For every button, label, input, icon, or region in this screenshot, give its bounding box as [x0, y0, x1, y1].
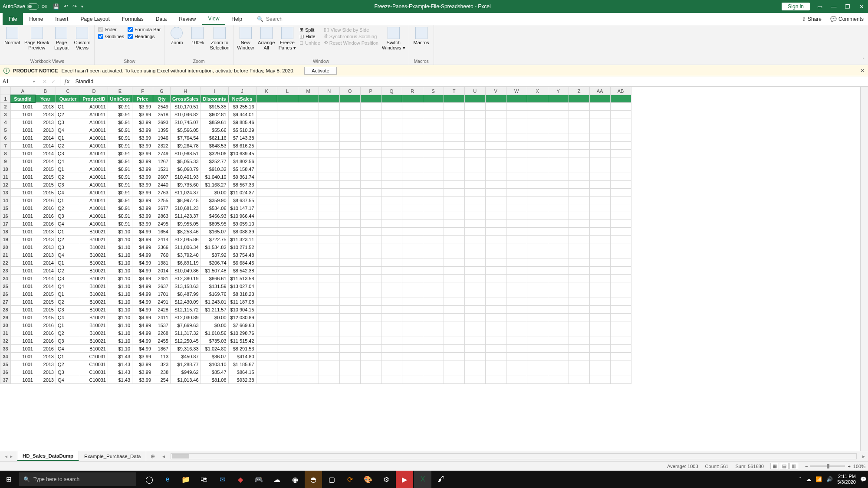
cell[interactable] [423, 314, 444, 321]
cell[interactable] [423, 204, 444, 212]
cell[interactable]: 2549 [153, 103, 171, 111]
cell[interactable] [569, 353, 589, 360]
cell[interactable] [506, 306, 527, 314]
cell[interactable]: 2013 [35, 111, 56, 118]
cell[interactable] [485, 290, 506, 298]
column-header-H[interactable]: H [171, 87, 201, 95]
cell[interactable] [277, 368, 298, 376]
cell[interactable] [402, 236, 423, 243]
cell[interactable] [589, 251, 610, 259]
cell[interactable] [527, 212, 548, 220]
cell[interactable] [319, 126, 339, 134]
cell[interactable] [360, 157, 381, 165]
cell[interactable] [319, 306, 339, 314]
cell[interactable]: $534.06 [201, 204, 228, 212]
cell[interactable] [485, 150, 506, 157]
cell[interactable] [444, 220, 464, 228]
cell[interactable] [485, 197, 506, 204]
cell[interactable] [360, 220, 381, 228]
cell[interactable]: $11,187.08 [228, 298, 256, 306]
cell[interactable]: 2322 [153, 142, 171, 150]
column-header-T[interactable]: T [444, 87, 464, 95]
cell[interactable]: $12,250.45 [171, 337, 201, 345]
cell[interactable] [527, 150, 548, 157]
cell[interactable] [589, 204, 610, 212]
cell[interactable] [610, 275, 631, 282]
cell[interactable] [444, 165, 464, 173]
cell[interactable]: 2518 [153, 111, 171, 118]
cell[interactable] [527, 360, 548, 368]
cell[interactable]: $11,317.32 [171, 329, 201, 337]
cell[interactable] [610, 353, 631, 360]
cell[interactable] [381, 157, 402, 165]
cell[interactable] [277, 220, 298, 228]
cell[interactable] [277, 95, 298, 103]
cell[interactable]: 2455 [153, 337, 171, 345]
cell[interactable] [444, 118, 464, 126]
cell[interactable] [360, 321, 381, 329]
cell[interactable] [339, 95, 360, 103]
row-header-11[interactable]: 11 [0, 173, 11, 181]
cell[interactable] [256, 282, 277, 290]
cell[interactable] [589, 243, 610, 251]
tab-file[interactable]: File [3, 13, 23, 25]
cell[interactable] [569, 181, 589, 189]
cell[interactable] [610, 290, 631, 298]
cell[interactable]: 1001 [11, 157, 35, 165]
cell[interactable]: 2016 [35, 337, 56, 345]
cell[interactable]: $0.91 [108, 204, 132, 212]
cell[interactable] [256, 197, 277, 204]
cell[interactable]: 2693 [153, 118, 171, 126]
row-header-2[interactable]: 2 [0, 103, 11, 111]
cell[interactable] [464, 353, 485, 360]
cell[interactable] [277, 321, 298, 329]
cell[interactable] [464, 95, 485, 103]
cell[interactable] [569, 236, 589, 243]
cell[interactable]: $0.91 [108, 142, 132, 150]
cell[interactable] [402, 360, 423, 368]
cell[interactable]: $9,361.74 [228, 173, 256, 181]
cell[interactable]: Q1 [56, 228, 80, 236]
cell[interactable] [298, 228, 319, 236]
cell[interactable] [298, 204, 319, 212]
cell[interactable]: B10021 [80, 275, 108, 282]
cell[interactable] [506, 275, 527, 282]
cell[interactable] [402, 337, 423, 345]
cell[interactable] [485, 236, 506, 243]
cell[interactable] [548, 228, 569, 236]
cell[interactable] [256, 134, 277, 142]
cell[interactable] [319, 314, 339, 321]
cell[interactable] [381, 353, 402, 360]
headings-checkbox[interactable]: Headings [128, 34, 161, 39]
undo-icon[interactable]: ↶ [64, 3, 68, 10]
cell[interactable]: $13,027.04 [228, 282, 256, 290]
cell[interactable]: $3.99 [132, 368, 153, 376]
cell[interactable] [464, 306, 485, 314]
cell[interactable] [610, 228, 631, 236]
cell[interactable] [277, 337, 298, 345]
cell[interactable]: 2863 [153, 212, 171, 220]
cell[interactable]: C10031 [80, 353, 108, 360]
cell[interactable] [277, 376, 298, 384]
cell[interactable]: 2014 [35, 150, 56, 157]
cell[interactable] [256, 228, 277, 236]
arrange-all-button[interactable]: Arrange All [258, 27, 275, 50]
cell[interactable] [548, 111, 569, 118]
cell[interactable] [569, 173, 589, 181]
cell[interactable] [319, 368, 339, 376]
cell[interactable] [589, 259, 610, 267]
row-header-12[interactable]: 12 [0, 181, 11, 189]
cell[interactable]: $1,168.27 [201, 181, 228, 189]
qat-customize-icon[interactable]: ▾ [81, 4, 83, 9]
cell[interactable] [569, 345, 589, 353]
cell[interactable]: 2013 [35, 251, 56, 259]
cell[interactable] [298, 267, 319, 275]
cell[interactable] [444, 150, 464, 157]
cell[interactable]: $11,423.37 [171, 212, 201, 220]
cell[interactable] [381, 368, 402, 376]
cell[interactable] [298, 212, 319, 220]
cell[interactable]: 2013 [35, 228, 56, 236]
cell[interactable]: Q4 [56, 314, 80, 321]
cell[interactable] [569, 290, 589, 298]
cell[interactable] [256, 95, 277, 103]
